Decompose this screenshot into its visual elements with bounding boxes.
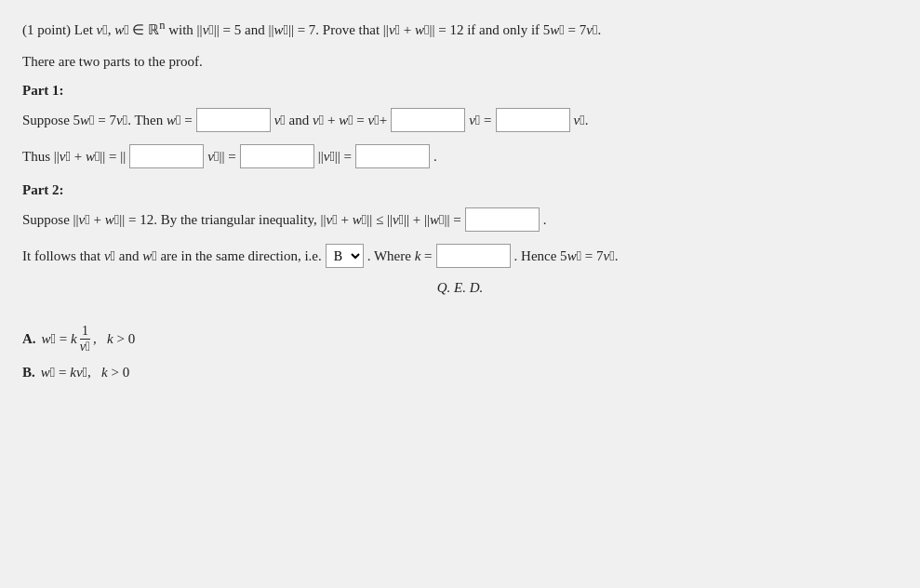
qed-text: Q. E. D. bbox=[22, 280, 898, 296]
part1-input6[interactable] bbox=[355, 144, 430, 168]
part2-input1[interactable] bbox=[465, 207, 540, 232]
part1-input2[interactable] bbox=[391, 108, 465, 132]
part2-line2-suffix: . Hence 5w⃗ = 7v⃗. bbox=[514, 244, 619, 269]
problem-statement: (1 point) Let v⃗, w⃗ ∈ ℝn with ||v⃗|| = … bbox=[22, 17, 898, 41]
part1-line2-suffix: . bbox=[433, 144, 437, 169]
part1-line2-mid2: ||v⃗|| = bbox=[318, 144, 352, 169]
part2-input2[interactable] bbox=[436, 244, 511, 268]
part1-line1-mid2: v⃗ = bbox=[469, 108, 491, 133]
part2-line2: It follows that v⃗ and w⃗ are in the sam… bbox=[22, 244, 898, 269]
choice-a: A. w⃗ = k1v⃗, k > 0 bbox=[22, 324, 898, 356]
part2-line2-prefix: It follows that v⃗ and w⃗ are in the sam… bbox=[22, 244, 322, 269]
part2-dropdown[interactable]: A B C D bbox=[326, 244, 364, 268]
part1-input4[interactable] bbox=[129, 144, 204, 168]
part2-line1-suffix: . bbox=[543, 207, 547, 233]
choice-b-text: w⃗ = kv⃗, k > 0 bbox=[41, 365, 129, 381]
part1-line2: Thus ||v⃗ + w⃗|| = || v⃗|| = ||v⃗|| = . bbox=[22, 144, 898, 169]
choices-section: A. w⃗ = k1v⃗, k > 0 B. w⃗ = kv⃗, k > 0 bbox=[22, 324, 898, 381]
part1-line1-suffix: v⃗. bbox=[574, 108, 589, 133]
choice-b: B. w⃗ = kv⃗, k > 0 bbox=[22, 365, 898, 381]
choice-a-label: A. bbox=[22, 331, 36, 347]
part1-label: Part 1: bbox=[22, 83, 898, 99]
part1-input1[interactable] bbox=[196, 108, 271, 132]
choice-b-label: B. bbox=[22, 365, 35, 381]
part1-line1-mid1: v⃗ and v⃗ + w⃗ = v⃗+ bbox=[274, 108, 387, 133]
part1-line1-prefix: Suppose 5w⃗ = 7v⃗. Then w⃗ = bbox=[22, 108, 193, 133]
part1-line2-prefix: Thus ||v⃗ + w⃗|| = || bbox=[22, 144, 126, 169]
part2-label: Part 2: bbox=[22, 182, 898, 198]
part2-line1-prefix: Suppose ||v⃗ + w⃗|| = 12. By the triangu… bbox=[22, 207, 461, 233]
intro-text: There are two parts to the proof. bbox=[22, 54, 898, 70]
part1-line1: Suppose 5w⃗ = 7v⃗. Then w⃗ = v⃗ and v⃗ +… bbox=[22, 108, 898, 133]
part1-input3[interactable] bbox=[496, 108, 570, 132]
part2-line1: Suppose ||v⃗ + w⃗|| = 12. By the triangu… bbox=[22, 207, 898, 233]
part1-line2-mid1: v⃗|| = bbox=[207, 144, 235, 169]
choice-a-text: w⃗ = k1v⃗, k > 0 bbox=[42, 324, 136, 356]
part1-input5[interactable] bbox=[240, 144, 314, 168]
part2-line2-where: . Where k = bbox=[367, 244, 433, 269]
